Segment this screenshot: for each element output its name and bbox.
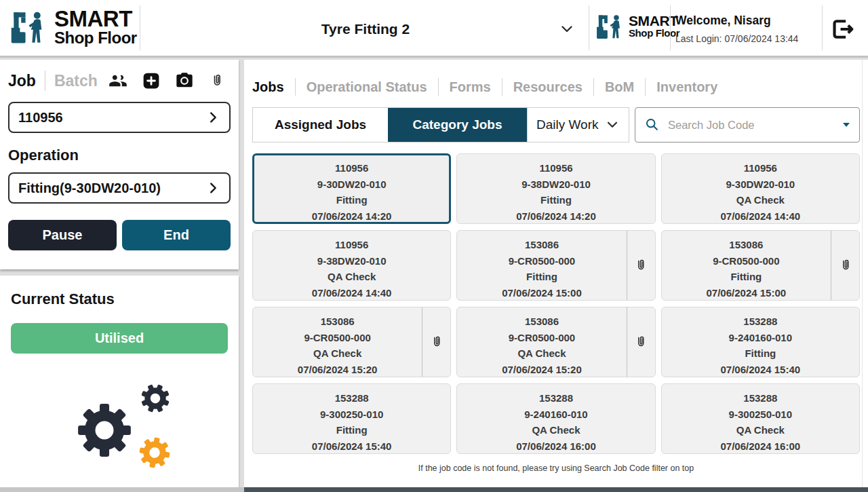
operation-input[interactable]: Fitting(9-30DW20-010): [8, 172, 231, 204]
job-datetime: 07/06/2024 14:40: [662, 208, 859, 225]
operators-icon[interactable]: [108, 71, 127, 90]
logo-robot-icon: [9, 7, 49, 47]
assigned-jobs-button[interactable]: Assigned Jobs: [253, 108, 388, 142]
paperclip-icon[interactable]: [209, 72, 225, 90]
chevron-right-icon: [205, 110, 220, 125]
job-datetime: 07/06/2024 15:00: [457, 285, 626, 301]
job-part: 9-240160-010: [457, 406, 654, 423]
dropdown-caret-icon[interactable]: [843, 123, 850, 127]
job-code-input[interactable]: 110956: [8, 102, 231, 133]
logo-text-shopfloor: Shop Floor: [629, 28, 679, 39]
job-datetime: 07/06/2024 16:00: [457, 438, 654, 455]
paperclip-icon: [633, 257, 648, 273]
logo-text-shopfloor: Shop Floor: [54, 29, 137, 46]
search-hint-note: If the job code is not found, please try…: [244, 463, 868, 473]
job-operation: QA Check: [457, 345, 626, 362]
job-part: 9-300250-010: [253, 406, 450, 423]
logout-icon: [831, 18, 855, 41]
job-part: 9-38DW20-010: [253, 253, 450, 269]
tab-operational-status[interactable]: Operational Status: [307, 79, 427, 95]
end-button[interactable]: End: [122, 220, 231, 250]
header-divider: [822, 5, 823, 50]
job-datetime: 07/06/2024 16:00: [662, 438, 859, 455]
divider: [645, 78, 646, 96]
bottom-bar: [0, 487, 868, 492]
job-datetime: 07/06/2024 15:40: [662, 362, 859, 378]
tab-jobs[interactable]: Jobs: [252, 79, 284, 95]
job-card[interactable]: 110956 9-30DW20-010 QA Check 07/06/2024 …: [661, 153, 860, 224]
search-icon: [645, 117, 660, 132]
job-code: 153288: [253, 390, 450, 406]
job-code-value: 110956: [18, 110, 63, 126]
job-code: 153288: [662, 390, 859, 406]
job-cards-grid: 110956 9-30DW20-010 Fitting 07/06/2024 1…: [252, 153, 860, 454]
job-part: 9-30DW20-010: [662, 176, 859, 193]
main-content: Jobs Operational Status Forms Resources …: [244, 60, 868, 487]
job-part: 9-CR0500-000: [253, 330, 422, 346]
category-jobs-button[interactable]: Category Jobs: [388, 108, 527, 142]
search-job-code-box[interactable]: [635, 107, 860, 143]
job-code: 110956: [457, 160, 654, 176]
operation-value: Fitting(9-30DW20-010): [18, 181, 161, 196]
job-card[interactable]: 153288 9-300250-010 QA Check 07/06/2024 …: [661, 383, 860, 454]
job-operation: QA Check: [253, 345, 422, 362]
header-divider: [140, 5, 140, 50]
divider: [502, 78, 502, 96]
job-code: 110956: [254, 160, 449, 176]
logo-robot-icon: [595, 12, 625, 41]
attachment-rail[interactable]: [831, 231, 859, 300]
job-code: 153288: [457, 390, 654, 406]
divider: [45, 71, 45, 91]
current-status-label: Current Status: [11, 290, 228, 308]
job-card[interactable]: 110956 9-30DW20-010 Fitting 07/06/2024 1…: [252, 153, 451, 224]
tab-resources[interactable]: Resources: [513, 79, 583, 95]
job-code: 110956: [662, 160, 859, 176]
job-code: 153086: [457, 314, 626, 330]
divider: [295, 78, 296, 96]
attachment-rail[interactable]: [627, 307, 655, 377]
attachment-rail[interactable]: [627, 231, 655, 300]
tab-forms[interactable]: Forms: [450, 79, 491, 95]
job-datetime: 07/06/2024 15:20: [457, 362, 626, 378]
job-card[interactable]: 153288 9-240160-010 Fitting 07/06/2024 1…: [661, 307, 860, 377]
job-datetime: 07/06/2024 15:40: [253, 438, 450, 455]
job-card[interactable]: 153086 9-CR0500-000 QA Check 07/06/2024 …: [456, 307, 655, 377]
job-code: 153288: [662, 314, 859, 330]
app-header: SMART Shop Floor Tyre Fitting 2 SMART Sh…: [0, 0, 868, 58]
add-icon[interactable]: [142, 72, 160, 90]
tab-bom[interactable]: BoM: [605, 79, 634, 95]
job-datetime: 07/06/2024 14:20: [457, 208, 654, 225]
job-operation: QA Check: [662, 422, 859, 438]
jobs-view-switch: Assigned Jobs Category Jobs Daily Work: [252, 107, 629, 143]
operation-label: Operation: [8, 147, 231, 164]
job-card[interactable]: 153086 9-CR0500-000 Fitting 07/06/2024 1…: [456, 230, 655, 301]
logo-text-smart: SMART: [629, 14, 679, 28]
job-part: 9-240160-010: [662, 330, 859, 346]
job-card[interactable]: 110956 9-38DW20-010 Fitting 07/06/2024 1…: [456, 153, 655, 224]
gears-image: [11, 364, 228, 476]
logout-button[interactable]: [830, 16, 856, 42]
logo-text-smart: SMART: [54, 8, 137, 29]
search-input[interactable]: [668, 119, 835, 132]
job-card[interactable]: 153288 9-300250-010 Fitting 07/06/2024 1…: [252, 383, 451, 454]
job-code: 153086: [662, 237, 831, 253]
camera-icon[interactable]: [175, 71, 194, 90]
attachment-rail[interactable]: [422, 307, 450, 377]
job-operation: QA Check: [457, 422, 654, 438]
tab-job[interactable]: Job: [8, 72, 36, 90]
header-divider: [589, 5, 589, 50]
tab-batch[interactable]: Batch: [54, 72, 98, 90]
scrollbar-track[interactable]: [862, 60, 863, 487]
job-card[interactable]: 153086 9-CR0500-000 QA Check 07/06/2024 …: [252, 307, 451, 377]
job-card[interactable]: 153086 9-CR0500-000 Fitting 07/06/2024 1…: [661, 230, 860, 301]
welcome-text: Welcome, Nisarg: [675, 14, 798, 28]
tab-inventory[interactable]: Inventory: [656, 79, 717, 95]
job-card[interactable]: 153288 9-240160-010 QA Check 07/06/2024 …: [456, 383, 655, 454]
job-card[interactable]: 110956 9-38DW20-010 QA Check 07/06/2024 …: [252, 230, 451, 301]
job-part: 9-CR0500-000: [662, 253, 831, 269]
pause-button[interactable]: Pause: [8, 220, 117, 250]
daily-work-select[interactable]: Daily Work: [527, 108, 629, 142]
job-part: 9-30DW20-010: [254, 176, 449, 193]
station-selector[interactable]: Tyre Fitting 2: [142, 0, 589, 58]
job-datetime: 07/06/2024 14:20: [254, 208, 449, 225]
